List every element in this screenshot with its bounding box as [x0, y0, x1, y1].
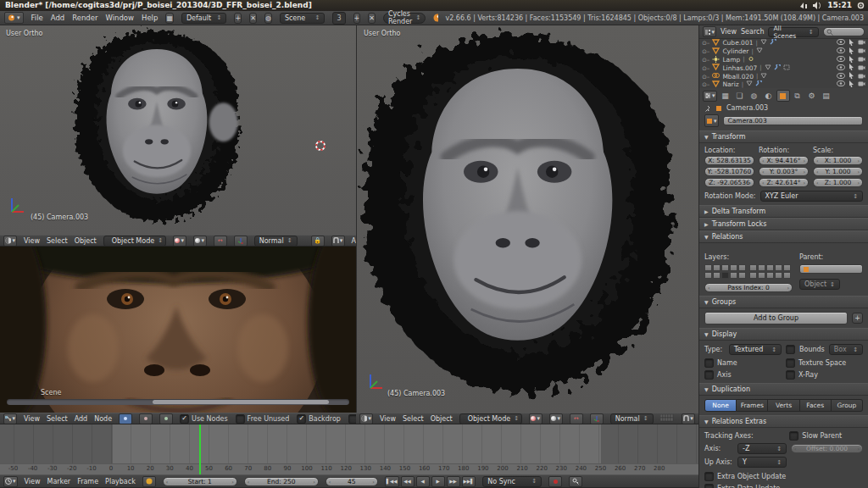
outliner-item-mball-020[interactable]: ⊙–Mball.020| — [699, 72, 868, 80]
rotation-field[interactable]: ‹X: 94.416°› — [759, 156, 809, 165]
texture-nodes-button[interactable] — [159, 413, 173, 424]
toggle-use-nodes[interactable]: ✓Use Nodes — [180, 414, 228, 424]
layer-cell[interactable] — [758, 264, 765, 271]
shader-nodes-button[interactable] — [119, 413, 132, 424]
layer-cell[interactable] — [730, 272, 737, 279]
scene-users-badge[interactable]: 3 — [332, 12, 345, 25]
pin-icon[interactable] — [704, 105, 711, 112]
menu-render[interactable]: Render — [72, 14, 97, 22]
visibility-icon[interactable] — [837, 73, 845, 80]
toggle-auto-render[interactable]: Auto Render — [348, 414, 356, 424]
tab-scene[interactable]: ◍ — [748, 90, 761, 102]
viewport-shading-button[interactable]: ▾ — [173, 236, 186, 247]
timeline-editor[interactable]: -50-40-30-20-100102030405060708090100110… — [0, 424, 698, 474]
menu-frame[interactable]: Frame — [77, 478, 98, 485]
menu-object[interactable]: Object — [431, 415, 453, 423]
next-keyframe-button[interactable]: ▶▶ — [447, 476, 460, 487]
location-field[interactable]: ‹Y: -528.10760› — [704, 167, 754, 176]
composite-nodes-button[interactable] — [139, 413, 153, 424]
menu-select[interactable]: Select — [47, 415, 68, 423]
snap-magnet-button[interactable]: ▾ — [682, 413, 695, 424]
location-field[interactable]: ‹X: 528.63135› — [704, 156, 754, 165]
tab-constraints[interactable]: ⧉ — [791, 90, 804, 102]
toggle-free-unused[interactable]: Free Unused — [236, 414, 290, 424]
slow-parent-checkbox[interactable] — [789, 431, 798, 441]
layer-cell[interactable] — [713, 264, 721, 271]
jump-end-button[interactable]: ▶▶▌ — [462, 476, 476, 487]
checkbox[interactable] — [236, 414, 245, 424]
axis-checkbox[interactable] — [704, 370, 714, 380]
parent-field[interactable] — [799, 264, 863, 274]
layer-cell[interactable] — [730, 264, 737, 271]
frame-start-field[interactable]: ‹Start: 1› — [163, 477, 237, 486]
add-scene-button[interactable]: + — [353, 13, 361, 24]
editor-type-button[interactable]: ▾ — [3, 413, 17, 424]
menu-file[interactable]: File — [31, 14, 43, 22]
layer-cell[interactable] — [721, 264, 729, 271]
rotation-field[interactable]: ‹Z: 42.614°› — [759, 178, 809, 187]
sync-select[interactable]: No Sync↕ — [482, 476, 542, 487]
screen-layout-icon[interactable]: ▦ — [165, 13, 174, 24]
mode-select[interactable]: Object Mode↕ — [459, 413, 522, 424]
manipulator-translate-button[interactable]: ↔ — [214, 236, 227, 247]
menu-view[interactable]: View — [721, 28, 737, 36]
manipulator-axis-button[interactable] — [234, 236, 248, 247]
selectability-icon[interactable] — [849, 72, 854, 80]
add-to-group-button[interactable]: Add to Group — [704, 312, 848, 324]
renderability-icon[interactable] — [858, 39, 865, 47]
menu-window[interactable]: Window — [105, 14, 134, 22]
new-group-button[interactable]: + — [852, 313, 863, 324]
scene-icon[interactable]: ◍ — [264, 13, 272, 24]
panel-transform[interactable]: ▼Transform — [699, 130, 868, 143]
menu-view[interactable]: View — [380, 415, 396, 423]
layer-cell[interactable] — [775, 272, 782, 279]
outliner-filter-select[interactable]: All Scenes↕ — [768, 27, 818, 37]
pivot-center-button[interactable]: ▾ — [193, 236, 207, 247]
delete-layout-button[interactable]: ✕ — [249, 13, 257, 24]
keying-set-button[interactable] — [569, 476, 582, 487]
duplication-none[interactable]: None — [704, 399, 737, 412]
render-engine-select[interactable]: Cycles Render↕ — [383, 13, 426, 24]
viewport-3d-right[interactable]: User Ortho (45) Camera.003 — [356, 25, 698, 413]
visibility-icon[interactable] — [837, 56, 845, 64]
selectability-icon[interactable] — [849, 47, 854, 56]
toggle-backdrop[interactable]: ✓Backdrop — [297, 414, 341, 424]
menu-object[interactable]: Object — [75, 237, 97, 245]
tab-object[interactable] — [776, 90, 790, 102]
scene-select[interactable]: Scene↕ — [280, 13, 326, 24]
delete-scene-button[interactable]: ✕ — [368, 13, 376, 24]
menu-view[interactable]: View — [24, 415, 40, 423]
network-icon[interactable] — [799, 2, 808, 9]
frame-end-field[interactable]: ‹End: 250› — [244, 477, 319, 486]
selectability-icon[interactable] — [849, 39, 854, 47]
panel-display[interactable]: ▼Display — [699, 328, 868, 341]
pass-index-field[interactable]: ‹Pass Index: 0› — [704, 283, 793, 292]
checkbox[interactable] — [348, 414, 356, 424]
object-name-input[interactable]: Camera.003 — [723, 116, 863, 125]
orientation-select[interactable]: Normal↕ — [610, 413, 654, 424]
expander-icon[interactable]: ⊙– — [702, 64, 709, 72]
menu-view[interactable]: View — [24, 237, 40, 245]
scale-field[interactable]: ‹Y: 1.000› — [813, 167, 863, 176]
record-button[interactable] — [548, 476, 562, 487]
duplication-frames[interactable]: Frames — [737, 399, 768, 412]
location-field[interactable]: ‹Z: -92.06536› — [704, 178, 754, 187]
current-frame-field[interactable]: ‹45› — [326, 477, 378, 486]
tab-render-layers[interactable]: ❏ — [733, 90, 747, 102]
extra-object-update-checkbox[interactable] — [704, 472, 714, 481]
layer-cell[interactable] — [783, 272, 791, 279]
outliner-item-cube-001[interactable]: ⊙–Cube.001| — [699, 39, 868, 47]
panel-groups[interactable]: ▼Groups — [699, 296, 868, 308]
layer-cell[interactable] — [766, 272, 774, 279]
manipulator-translate-button[interactable]: ↔ — [570, 413, 583, 424]
scale-field[interactable]: ‹X: 1.000› — [813, 156, 863, 165]
outliner-item-lamp[interactable]: ⊙–Lamp| — [699, 56, 868, 64]
menu-select[interactable]: Select — [403, 415, 424, 423]
manipulator-axis-button[interactable] — [590, 413, 604, 424]
tab-modifiers[interactable]: ⚙ — [805, 90, 819, 102]
renderability-icon[interactable] — [858, 64, 865, 72]
checkbox[interactable]: ✓ — [180, 414, 189, 424]
menu-playback[interactable]: Playback — [105, 478, 136, 485]
layer-cell[interactable] — [713, 272, 721, 279]
panel-relations-extras[interactable]: ▼Relations Extras — [699, 415, 868, 428]
